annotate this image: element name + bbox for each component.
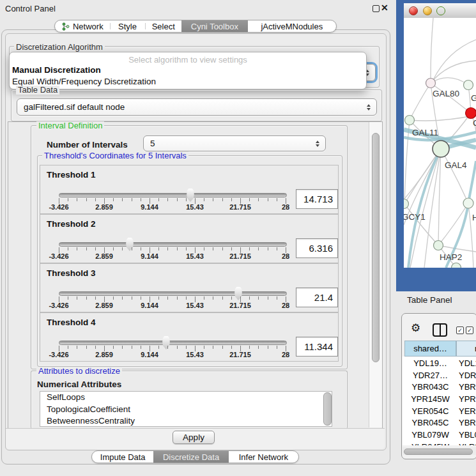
horizontal-scrollbar[interactable] (403, 447, 476, 455)
tick-label: 2.859 (95, 203, 113, 211)
tick-label: 21.715 (229, 302, 251, 309)
threshold-4-value-field[interactable]: 11.344 (296, 337, 338, 357)
table-cell[interactable]: YPR145W (404, 393, 456, 405)
table-cell[interactable]: YDL19… (404, 357, 456, 369)
algorithm-popup-hint: Select algorithm to view settings (10, 52, 366, 65)
column-header-shared[interactable]: shared… (404, 341, 456, 357)
tab-impute-data[interactable]: Impute Data (92, 451, 153, 463)
threshold-1-slider[interactable] (59, 193, 287, 197)
bottom-tabs: Impute Data Discretize Data Infer Networ… (91, 450, 299, 463)
table-body: YDL19…YDL1 YDR27…YDR2 YBR043CYBR0 YPR145… (403, 357, 476, 445)
table-data-combobox[interactable]: galFiltered.sif default node (17, 98, 377, 116)
tick-label: -3.426 (49, 203, 68, 211)
list-item[interactable]: TopologicalCoefficient (40, 404, 332, 416)
table-cell[interactable]: YBL0 (456, 429, 476, 441)
node-label-hap2: HAP2 (440, 252, 462, 262)
table-cell[interactable]: YER0 (456, 405, 476, 417)
tick-label: 28 (282, 252, 289, 260)
table-cell[interactable]: YBR043C (404, 381, 456, 393)
threshold-3-value-field[interactable]: 21.4 (296, 288, 338, 307)
table-cell[interactable]: YER054C (404, 405, 456, 417)
node-label-gal4: GAL4 (445, 160, 467, 170)
tab-jactivemnodules[interactable]: jActiveMNodules (248, 20, 336, 32)
table-data-group-title: Table Data (16, 86, 59, 95)
node-hap2[interactable] (434, 241, 443, 250)
tick-label: 9.144 (141, 203, 158, 211)
algorithm-dropdown-popup: Select algorithm to view settings Manual… (9, 52, 367, 89)
tab-network-label: Network (73, 22, 104, 31)
node-label-gcy1: GCY1 (404, 212, 426, 222)
column-header-name[interactable]: n (456, 341, 476, 357)
table-cell[interactable]: YLR345W (404, 441, 456, 445)
checkbox-icon[interactable]: ✓ (466, 326, 473, 334)
slider-ticks (59, 346, 286, 352)
tick-label: 15.43 (186, 351, 204, 358)
algorithm-option-manual[interactable]: Manual Discretization (10, 65, 366, 76)
node-selected-red[interactable] (466, 108, 476, 119)
tick-label: 28 (282, 302, 289, 309)
vertical-scrollbar-thumb[interactable] (372, 133, 380, 362)
vertical-scrollbar[interactable] (369, 122, 382, 427)
table-cell[interactable]: YLR3 (456, 441, 476, 445)
threshold-1-panel: Threshold 1 -3.426 2.859 9.144 15.43 21.… (40, 165, 339, 214)
tick-label: 28 (282, 203, 289, 211)
threshold-4-slider[interactable] (59, 341, 287, 345)
attributes-group-title: Attributes to discretize (36, 367, 122, 376)
tick-label: -3.426 (49, 252, 68, 260)
interval-definition-group-title: Interval Definition (36, 121, 104, 130)
node-gal11[interactable] (405, 116, 415, 125)
threshold-1-value-field[interactable]: 14.713 (296, 189, 338, 209)
tab-select[interactable]: Select (145, 20, 181, 32)
table-cell[interactable]: YDR2 (456, 369, 476, 381)
table-cell[interactable]: YDL1 (456, 357, 476, 369)
list-item[interactable]: SelfLoops (40, 392, 332, 404)
tab-style[interactable]: Style (110, 20, 146, 32)
list-item[interactable]: BetweennessCentrality (40, 415, 332, 427)
threshold-3-slider[interactable] (59, 291, 287, 296)
tab-cyni-toolbox[interactable]: Cyni Toolbox (181, 20, 248, 32)
screen: Control Panel ✕ Network Style Select Cyn… (0, 0, 476, 476)
table-cell[interactable]: YDR27… (404, 369, 456, 381)
slider-ticks (59, 247, 286, 254)
float-window-icon[interactable] (372, 5, 380, 12)
thresholds-group-title: Threshold's Coordinates for 5 Intervals (42, 151, 188, 160)
network-icon (61, 22, 70, 31)
numerical-attributes-list: SelfLoops TopologicalCoefficient Between… (40, 391, 332, 427)
threshold-2-slider[interactable] (59, 242, 287, 247)
tab-network[interactable]: Network (55, 20, 110, 32)
node-g[interactable] (464, 81, 473, 90)
split-columns-icon[interactable] (433, 323, 447, 337)
number-of-intervals-combobox[interactable]: 5 (143, 135, 326, 151)
node-h[interactable] (463, 198, 473, 208)
checkbox-icon[interactable]: ✓ (456, 326, 464, 334)
node-label-g: G (471, 93, 476, 103)
combo-arrows-icon (316, 141, 319, 147)
table-cell[interactable]: YPR1 (456, 393, 476, 405)
horizontal-scrollbar-thumb[interactable] (404, 449, 473, 455)
node-gal4[interactable] (433, 141, 449, 157)
tick-label: 21.715 (229, 252, 251, 260)
node-label-h: H (472, 213, 476, 222)
network-canvas[interactable]: GAL80 G GAL11 GAL4 GCY1 H HAP2 C (404, 18, 476, 268)
node-gcy1[interactable] (404, 199, 409, 209)
threshold-2-value-field[interactable]: 6.316 (296, 238, 338, 258)
table-cell[interactable]: YBL079W (404, 429, 456, 441)
slider-ticks (59, 296, 286, 303)
tab-discretize-data[interactable]: Discretize Data (153, 451, 228, 463)
table-data-selected: galFiltered.sif default node (24, 102, 125, 112)
tick-label: -3.426 (49, 302, 68, 309)
algorithm-option-equal-width[interactable]: Equal Width/Frequency Discretization (10, 76, 366, 88)
table-cell[interactable]: YBR0 (456, 381, 476, 393)
tick-label: 9.144 (141, 302, 158, 309)
gear-icon[interactable]: ⚙ (411, 323, 420, 334)
node-gal80[interactable] (426, 79, 436, 88)
tick-label: 21.715 (229, 203, 251, 211)
list-scrollbar-thumb[interactable] (323, 392, 332, 426)
table-cell[interactable]: YBR0 (456, 417, 476, 429)
apply-button[interactable]: Apply (173, 431, 215, 444)
tab-infer-network[interactable]: Infer Network (229, 451, 298, 463)
node-label-gal80: GAL80 (433, 89, 459, 98)
close-icon[interactable]: ✕ (381, 3, 388, 13)
table-cell[interactable]: YBR045C (404, 417, 456, 429)
number-of-intervals-value: 5 (150, 139, 155, 148)
